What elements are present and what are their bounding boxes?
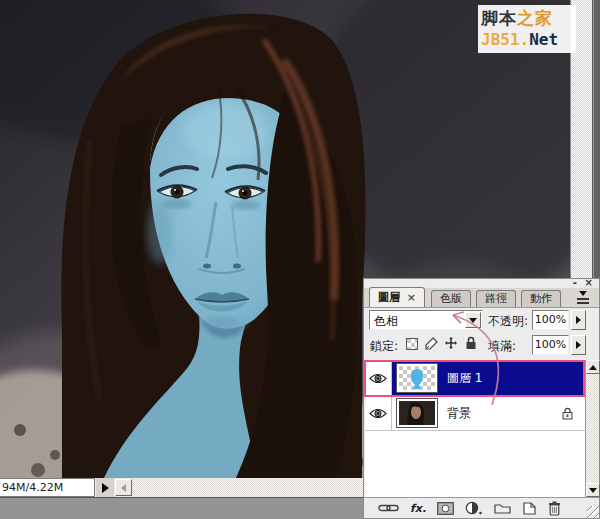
watermark-text-orange: 之家 (517, 8, 553, 28)
eye-visibility-icon (369, 408, 387, 419)
status-menu-arrow-icon (102, 483, 109, 493)
opacity-field[interactable]: 100% (532, 310, 569, 330)
panel-menu-icon[interactable] (577, 291, 589, 304)
link-layers-icon[interactable] (378, 503, 399, 513)
tab-paths-label: 路徑 (485, 292, 507, 305)
opacity-arrow-icon (576, 316, 581, 324)
lock-all-icon[interactable] (465, 336, 477, 350)
new-layer-icon[interactable] (522, 502, 537, 515)
visibility-cell[interactable] (365, 361, 392, 395)
tab-layers-label: 圖層 (378, 291, 400, 304)
delete-layer-trash-icon[interactable] (548, 501, 561, 516)
layers-panel: - × 圖層 × 色版 路徑 動作 色相 不透明: 100% (363, 278, 600, 519)
blend-mode-dropdown-button[interactable] (465, 312, 481, 328)
watermark-text-dark: 脚本 (481, 8, 517, 28)
layer-lock-icon (562, 407, 573, 420)
status-menu-button[interactable] (96, 478, 114, 497)
fill-slider-button[interactable] (571, 335, 586, 355)
scroll-left-arrow-icon (121, 484, 126, 492)
tab-actions-label: 動作 (530, 292, 552, 305)
lock-position-move-icon[interactable] (444, 336, 458, 350)
layer1-thumbnail[interactable] (397, 364, 437, 392)
watermark-line2: JB51.Net (481, 29, 573, 51)
tab-close-icon[interactable]: × (407, 291, 416, 304)
background-thumbnail-content (399, 401, 435, 425)
layer-list-scrollbar[interactable] (585, 360, 599, 497)
opacity-slider-button[interactable] (571, 310, 586, 330)
hscroll-left-button[interactable] (115, 479, 132, 496)
add-layer-mask-icon[interactable] (437, 502, 454, 515)
status-document-size: 94M/4.22M (0, 478, 95, 497)
panel-menu-arrow-icon (579, 291, 587, 296)
new-group-icon[interactable] (494, 502, 511, 514)
tab-actions[interactable]: 動作 (521, 290, 561, 307)
lock-transparency-icon[interactable] (406, 338, 418, 350)
background-layer-name[interactable]: 背景 (447, 405, 471, 422)
tab-channels[interactable]: 色版 (431, 290, 471, 307)
lock-label: 鎖定: (370, 338, 398, 355)
layer1-thumbnail-content (399, 366, 435, 390)
dropdown-arrow-icon (469, 318, 477, 323)
panel-menu-lines-icon (577, 302, 589, 304)
tab-channels-label: 色版 (440, 292, 462, 305)
scroll-down-button[interactable] (586, 483, 600, 497)
panel-footer: fx. (364, 497, 599, 518)
scroll-up-button[interactable] (586, 360, 600, 374)
watermark-url-dark: Net (529, 30, 558, 49)
layer1-name[interactable]: 圖層 1 (447, 370, 482, 387)
panel-resize-grip[interactable] (587, 506, 599, 518)
lock-paint-brush-icon[interactable] (425, 337, 438, 350)
blend-mode-select[interactable]: 色相 (369, 310, 483, 330)
layer-row-layer1[interactable]: 圖層 1 (365, 361, 585, 396)
background-thumbnail[interactable] (397, 399, 437, 427)
watermark-url-orange: JB51. (481, 30, 529, 49)
tab-layers[interactable]: 圖層 × (369, 287, 425, 307)
adjustment-layer-icon[interactable] (465, 501, 483, 515)
panel-close-button[interactable]: × (585, 279, 593, 287)
eye-visibility-icon (369, 373, 387, 384)
watermark-line1: 脚本之家 (481, 7, 573, 29)
panel-menu-lines-icon (577, 298, 589, 300)
fill-arrow-icon (576, 341, 581, 349)
fill-label: 填滿: (488, 338, 516, 355)
photoshop-workspace: 94M/4.22M 脚本之家 JB51.Net - × 圖層 × 色版 路徑 動… (0, 0, 600, 519)
watermark: 脚本之家 JB51.Net (478, 5, 576, 53)
blend-mode-value: 色相 (374, 313, 398, 330)
layer-style-icon[interactable]: fx. (410, 502, 426, 515)
visibility-cell[interactable] (365, 396, 392, 430)
opacity-label: 不透明: (488, 313, 528, 330)
layer-list: 圖層 1 背景 (365, 360, 585, 497)
fill-field[interactable]: 100% (532, 335, 569, 355)
panel-minimize-button[interactable]: - (573, 279, 577, 287)
scroll-up-arrow-icon (589, 365, 597, 370)
panel-tab-bar: 圖層 × 色版 路徑 動作 (364, 288, 599, 308)
tab-paths[interactable]: 路徑 (476, 290, 516, 307)
layer-row-background[interactable]: 背景 (365, 396, 585, 431)
scroll-down-arrow-icon (589, 488, 597, 493)
